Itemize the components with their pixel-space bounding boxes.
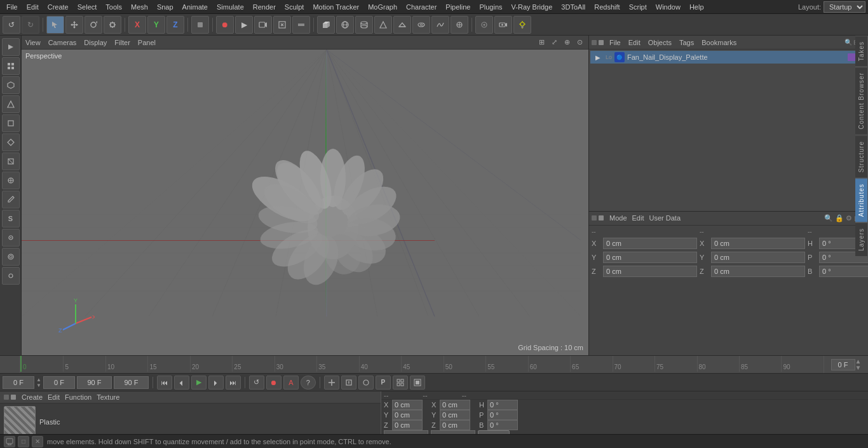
pb-first-button[interactable]: ⏮ bbox=[157, 376, 172, 390]
menu-snap[interactable]: Snap bbox=[153, 2, 177, 12]
sidebar-hex-button[interactable] bbox=[2, 76, 20, 94]
material-menu-function[interactable]: Function bbox=[65, 393, 92, 401]
objects-menu-objects[interactable]: Objects bbox=[646, 39, 674, 46]
viewport-menu-filter[interactable]: Filter bbox=[114, 39, 130, 46]
viewport-menu-display[interactable]: Display bbox=[84, 39, 107, 46]
pb-play-button[interactable]: ▶ bbox=[191, 376, 207, 390]
menu-3dtoall[interactable]: 3DToAll bbox=[557, 2, 589, 12]
select-mode-button[interactable] bbox=[46, 16, 64, 34]
timeline-frame-arrows[interactable]: ▲ ▼ bbox=[855, 358, 862, 371]
coord-y2-field[interactable] bbox=[440, 410, 470, 420]
pb-rotate2-button[interactable] bbox=[358, 376, 374, 390]
redo-button[interactable]: ↻ bbox=[22, 16, 39, 34]
pb-auto-button[interactable]: A bbox=[283, 376, 299, 390]
search-icon[interactable]: 🔍 bbox=[844, 39, 852, 46]
timeline-ruler[interactable]: 0 5 10 15 20 25 30 35 40 45 50 55 60 65 … bbox=[20, 356, 824, 373]
fan-nail-object[interactable] bbox=[225, 100, 441, 316]
material-menu-create[interactable]: Create bbox=[22, 393, 43, 401]
geo-cone-button[interactable] bbox=[374, 16, 392, 34]
attrs-menu-mode[interactable]: Mode bbox=[609, 214, 627, 222]
status-minimize-icon[interactable]: □ bbox=[18, 436, 29, 447]
attrs-y2-field[interactable] bbox=[711, 252, 805, 263]
playback-end-frame[interactable] bbox=[77, 376, 112, 389]
anim-cam-button[interactable] bbox=[254, 16, 272, 34]
menu-animate[interactable]: Animate bbox=[179, 2, 212, 12]
menu-render[interactable]: Render bbox=[249, 2, 280, 12]
object-mode-button[interactable] bbox=[191, 16, 209, 34]
camera-button[interactable] bbox=[494, 16, 512, 34]
pb-prev-button[interactable]: ⏴ bbox=[174, 376, 189, 390]
sidebar-pen-button[interactable] bbox=[2, 191, 20, 208]
axis-y-button[interactable]: Y bbox=[147, 16, 165, 34]
sidebar-tri-button[interactable] bbox=[2, 95, 20, 113]
material-swatch[interactable] bbox=[4, 406, 36, 438]
pb-grid-button[interactable] bbox=[393, 376, 408, 390]
sidebar-arrow-button[interactable] bbox=[2, 38, 20, 56]
attrs-menu-edit[interactable]: Edit bbox=[632, 214, 644, 222]
light-button[interactable] bbox=[513, 16, 531, 34]
attrs-z2-field[interactable] bbox=[711, 266, 805, 277]
coord-b-field[interactable] bbox=[487, 420, 518, 430]
coord-p-field[interactable] bbox=[487, 410, 518, 420]
menu-redshift[interactable]: Redshift bbox=[590, 2, 623, 12]
objects-menu-tags[interactable]: Tags bbox=[677, 39, 696, 46]
attrs-y1-field[interactable] bbox=[603, 252, 697, 263]
menu-tools[interactable]: Tools bbox=[102, 2, 126, 12]
geo-cylinder-button[interactable] bbox=[355, 16, 373, 34]
viewport-menu-panel[interactable]: Panel bbox=[138, 39, 156, 46]
coord-x2-field[interactable] bbox=[440, 400, 470, 410]
menu-script[interactable]: Script bbox=[625, 2, 651, 12]
menu-mograph[interactable]: MoGraph bbox=[364, 2, 401, 12]
attrs-z1-field[interactable] bbox=[603, 266, 697, 277]
sidebar-square-button[interactable] bbox=[2, 114, 20, 132]
menu-file[interactable]: File bbox=[3, 2, 22, 12]
geo-spline-button[interactable] bbox=[431, 16, 449, 34]
attrs-menu-userdata[interactable]: User Data bbox=[649, 214, 681, 222]
pb-record-button[interactable]: ⏺ bbox=[266, 376, 281, 390]
attrs-x1-field[interactable] bbox=[603, 238, 697, 249]
sidebar-cross-button[interactable] bbox=[2, 153, 20, 170]
geo-sphere-button[interactable] bbox=[336, 16, 354, 34]
coord-y1-field[interactable] bbox=[392, 410, 423, 420]
anim-b2[interactable] bbox=[292, 16, 310, 34]
scale-button[interactable] bbox=[104, 16, 121, 34]
tab-structure[interactable]: Structure bbox=[855, 135, 868, 179]
pb-snap-p-button[interactable]: P bbox=[376, 376, 391, 390]
menu-select[interactable]: Select bbox=[74, 2, 101, 12]
attrs-search-icon[interactable]: 🔍 bbox=[824, 214, 833, 222]
vp-icon-arrows[interactable]: ⤢ bbox=[549, 37, 559, 48]
anim-record-button[interactable]: ⏺ bbox=[216, 16, 234, 34]
layout-select[interactable]: Startup bbox=[824, 1, 865, 13]
pb-scale2-button[interactable] bbox=[341, 376, 356, 390]
menu-plugins[interactable]: Plugins bbox=[475, 2, 506, 12]
menu-motion-tracker[interactable]: Motion Tracker bbox=[309, 2, 363, 12]
status-close-icon[interactable]: ✕ bbox=[32, 436, 43, 447]
tab-layers[interactable]: Layers bbox=[855, 222, 868, 257]
rotate-button[interactable] bbox=[85, 16, 102, 34]
geo-plane-button[interactable] bbox=[393, 16, 411, 34]
move-button[interactable] bbox=[65, 16, 83, 34]
menu-help[interactable]: Help bbox=[686, 2, 708, 12]
menu-edit[interactable]: Edit bbox=[23, 2, 43, 12]
coord-z1-field[interactable] bbox=[392, 420, 423, 430]
sidebar-grid-button[interactable] bbox=[2, 57, 20, 75]
material-menu-edit[interactable]: Edit bbox=[48, 393, 60, 401]
geo-torus-button[interactable] bbox=[412, 16, 430, 34]
menu-vray[interactable]: V-Ray Bridge bbox=[508, 2, 557, 12]
objects-menu-file[interactable]: File bbox=[607, 39, 623, 46]
3d-viewport[interactable]: X Y Z bbox=[22, 50, 588, 355]
attrs-lock-icon[interactable]: 🔒 bbox=[835, 214, 844, 222]
frame-up-arrow[interactable]: ▲ bbox=[36, 377, 41, 383]
attrs-x2-field[interactable] bbox=[711, 238, 805, 249]
sidebar-paint-button[interactable] bbox=[2, 267, 20, 285]
anim-play-button[interactable]: ▶ bbox=[235, 16, 253, 34]
sidebar-diamond-button[interactable] bbox=[2, 133, 20, 151]
pb-move2-button[interactable] bbox=[324, 376, 339, 390]
menu-sculpt[interactable]: Sculpt bbox=[281, 2, 308, 12]
pb-next-button[interactable]: ⏵ bbox=[208, 376, 224, 390]
vp-icon-settings[interactable]: ⊙ bbox=[574, 37, 585, 48]
sidebar-s-button[interactable]: S bbox=[2, 210, 20, 227]
coord-h-field[interactable] bbox=[487, 400, 518, 410]
coord-z2-field[interactable] bbox=[440, 420, 470, 430]
playback-current-frame[interactable] bbox=[3, 376, 34, 389]
